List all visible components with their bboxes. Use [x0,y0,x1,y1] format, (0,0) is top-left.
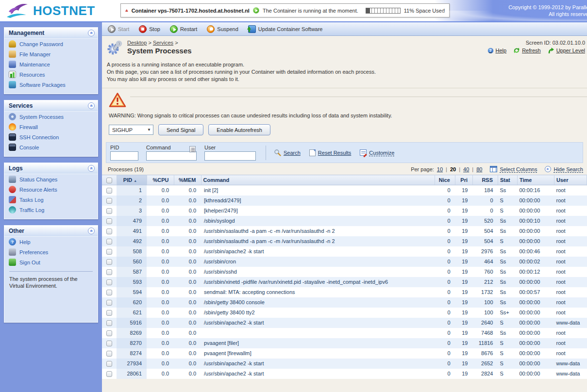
sidebar-item-change-password[interactable]: Change Password [4,39,98,49]
row-checkbox[interactable] [106,218,112,224]
row-checkbox[interactable] [106,188,112,194]
pid-input[interactable] [110,151,138,161]
toolbar-suspend-button[interactable]: Suspend [207,25,238,33]
sidebar-item-help[interactable]: ?Help [4,237,98,247]
sidebar-item-resource-alerts[interactable]: Resource Alerts [4,184,98,195]
reset-results-link[interactable]: Reset Results [309,149,351,156]
sidebar-item-firewall[interactable]: Firewall [4,122,98,132]
cell-command: /usr/sbin/apache2 -k start [201,359,435,369]
user-input[interactable] [204,151,256,161]
customize-link[interactable]: Customize [360,149,394,156]
cell-command: [khelper/2479] [201,206,435,216]
sidebar-item-tasks-log[interactable]: Tasks Log [4,195,98,205]
row-checkbox[interactable] [106,300,112,306]
toolbar-start-button[interactable]: Start [108,25,129,33]
search-link[interactable]: Search [274,149,301,156]
sidebar-item-system-processes[interactable]: System Processes [4,112,98,122]
cell-command: /usr/sbin/apache2 -k start [201,318,435,328]
row-checkbox[interactable] [106,279,112,285]
cell-rss: 504 [473,226,498,236]
column-header-time[interactable]: Time [518,175,554,185]
select-columns-link[interactable]: Select Columns [490,166,537,172]
sidebar-item-sign-out[interactable]: Sign Out [4,257,98,267]
help-link[interactable]: ? Help [487,48,507,54]
hostnet-logo[interactable]: HOSTNET [6,2,95,19]
sidebar-item-console[interactable]: Console [4,142,98,152]
row-checkbox[interactable] [106,259,112,265]
cell-user: root [554,246,587,257]
cell-mem: 0.0 [174,318,201,328]
sidebar-item-traffic-log[interactable]: Traffic Log [4,205,98,215]
signal-select[interactable]: SIGHUP ▼ [109,125,153,135]
cell-pri: 19 [455,267,473,277]
sidebar-item-file-manager[interactable]: File Manager [4,49,98,59]
column-header-stat[interactable]: Stat [498,175,518,185]
warning-text: WARNING: Wrong signals to critical proce… [109,108,587,122]
column-header-rss[interactable]: RSS [473,175,498,185]
row-checkbox[interactable] [106,371,112,377]
sidebar-item-status-changes[interactable]: Status Changes [4,174,98,184]
search-panel: PID Command User [106,142,583,163]
cell-cpu: 0.0 [147,297,174,308]
main-content: StartStopRestartSuspendUpdate Container … [102,22,587,392]
toolbar-restart-button[interactable]: Restart [170,25,197,33]
cell-command: /usr/sbin/apache2 -k start [201,369,435,379]
command-template-button[interactable] [189,146,196,152]
column-header-user[interactable]: User [554,175,587,185]
hide-search-link[interactable]: « Hide Search [545,166,583,172]
collapse-icon[interactable]: « [88,30,95,36]
row-checkbox[interactable] [106,249,112,255]
breadcrumb-desktop[interactable]: Desktop [127,40,147,46]
row-checkbox[interactable] [106,229,112,234]
cell-time: 00:00:16 [518,185,554,196]
row-checkbox[interactable] [106,320,112,326]
row-checkbox[interactable] [106,341,112,346]
cell-mem: 0.0 [174,216,201,226]
row-checkbox[interactable] [106,198,112,204]
collapse-icon[interactable]: « [88,165,95,172]
toolbar-button-label: Start [118,26,129,32]
column-header-mem[interactable]: %MEM [174,175,201,185]
upper-level-link[interactable]: Upper Level [548,47,585,54]
sidebar-item-ssh-connection[interactable]: SSH Connection [4,132,98,142]
column-header-command[interactable]: Command [201,175,435,185]
toolbar-update-button[interactable]: Update Container Software [248,25,323,33]
per-page-option-10[interactable]: 10 [437,166,443,172]
row-checkbox[interactable] [106,269,112,275]
column-header-nice[interactable]: Nice [435,175,455,185]
column-header-cpu[interactable]: %CPU [147,175,174,185]
row-checkbox[interactable] [106,330,112,336]
sidebar-item-resources[interactable]: Resources [4,69,98,80]
sidebar-item-maintenance[interactable]: Maintenance [4,59,98,69]
enable-autorefresh-button[interactable]: Enable Autorefresh [208,124,270,135]
cell-pri: 19 [455,338,473,348]
cell-rss: 2976 [473,246,498,257]
cell-rss: 520 [473,216,498,226]
command-input[interactable] [146,151,197,161]
cell-stat: Ss [498,297,518,308]
column-header-pri[interactable]: Pri [455,175,473,185]
toolbar-stop-button[interactable]: Stop [139,25,160,33]
cell-pri: 19 [455,287,473,297]
row-checkbox[interactable] [106,361,112,367]
list-title: Processes (19) [108,166,144,172]
refresh-link[interactable]: Refresh [513,47,541,54]
row-checkbox[interactable] [106,351,112,357]
row-checkbox[interactable] [106,310,112,316]
per-page-option-80[interactable]: 80 [476,166,482,172]
row-checkbox-cell [102,226,117,236]
select-all-checkbox[interactable] [106,178,112,183]
per-page-option-40[interactable]: 40 [463,166,469,172]
row-checkbox[interactable] [106,239,112,245]
cell-command: /sbin/getty 38400 console [201,297,435,308]
sidebar-item-software-packages[interactable]: Software Packages [4,80,98,90]
collapse-icon[interactable]: « [88,228,95,234]
sidebar-item-preferences[interactable]: Preferences [4,247,98,257]
row-checkbox[interactable] [106,290,112,295]
column-header-pid[interactable]: PID▲ [117,175,147,185]
collapse-icon[interactable]: « [88,102,95,109]
row-checkbox[interactable] [106,208,112,214]
send-signal-button[interactable]: Send Signal [158,124,203,135]
breadcrumb-services[interactable]: Services [153,40,173,46]
cell-rss: 100 [473,297,498,308]
